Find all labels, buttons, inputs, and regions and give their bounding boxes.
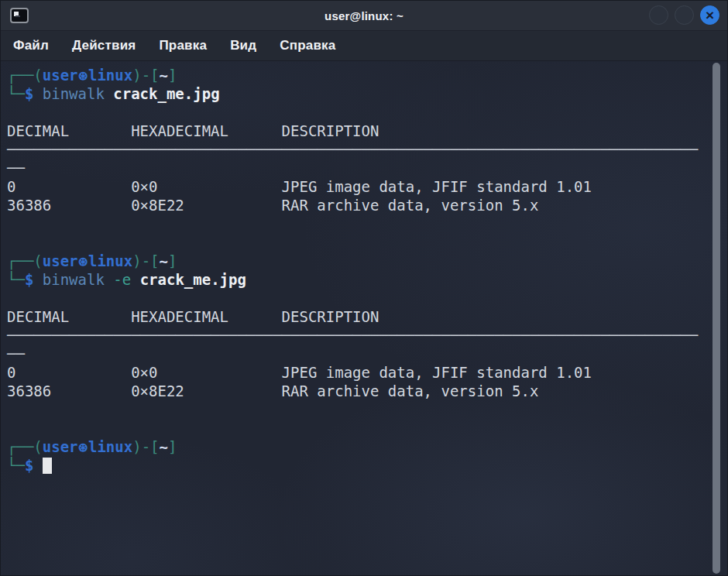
prompt-line-top: ┌──(user⊛linux)-[~] bbox=[7, 252, 701, 270]
table-header-row: DECIMALHEXADECIMALDESCRIPTION bbox=[7, 122, 701, 140]
table-row: 363860×8E22RAR archive data, version 5.x bbox=[7, 382, 701, 400]
minimize-button[interactable] bbox=[649, 5, 668, 25]
prompt-frame-close: ] bbox=[168, 67, 177, 84]
at-icon: ⊛ bbox=[78, 67, 88, 84]
command-line: └─$binwalkcrack_me.jpg bbox=[7, 84, 701, 103]
header-hexadecimal: HEXADECIMAL bbox=[131, 122, 281, 140]
blank-line bbox=[7, 400, 701, 419]
header-hexadecimal: HEXADECIMAL bbox=[131, 307, 281, 326]
header-description: DESCRIPTION bbox=[282, 122, 379, 139]
prompt-frame-close: ] bbox=[168, 438, 177, 455]
prompt-path: ~ bbox=[160, 67, 168, 84]
terminal-window: user@linux: ~ × Файл Действия Правка Вид… bbox=[0, 0, 728, 576]
scrollbar-thumb[interactable] bbox=[713, 63, 720, 574]
terminal-cursor bbox=[43, 458, 52, 474]
header-description: DESCRIPTION bbox=[282, 308, 379, 325]
prompt-path: ~ bbox=[160, 252, 168, 269]
header-decimal: DECIMAL bbox=[7, 122, 131, 140]
cell-decimal: 0 bbox=[7, 363, 131, 382]
command-line: └─$binwalk-ecrack_me.jpg bbox=[7, 270, 701, 289]
menu-edit[interactable]: Правка bbox=[159, 38, 207, 53]
menu-actions[interactable]: Действия bbox=[72, 38, 136, 53]
prompt-dollar: $ bbox=[25, 271, 33, 288]
terminal-body[interactable]: ┌──(user⊛linux)-[~] └─$binwalkcrack_me.j… bbox=[1, 61, 727, 475]
table-header-row: DECIMALHEXADECIMALDESCRIPTION bbox=[7, 307, 701, 326]
prompt-frame-mid: )-[ bbox=[132, 67, 159, 84]
prompt-hostname: linux bbox=[88, 438, 132, 455]
window-controls: × bbox=[649, 5, 719, 25]
blank-line bbox=[7, 233, 701, 252]
menu-file[interactable]: Файл bbox=[13, 38, 49, 53]
prompt-frame-bottom: └─ bbox=[7, 85, 25, 102]
command-argument: crack_me.jpg bbox=[140, 271, 246, 288]
menu-bar: Файл Действия Правка Вид Справка bbox=[1, 31, 727, 61]
prompt-dollar: $ bbox=[25, 457, 33, 474]
cell-hexadecimal: 0×8E22 bbox=[131, 196, 281, 214]
cell-hexadecimal: 0×0 bbox=[131, 177, 281, 196]
cell-decimal: 36386 bbox=[7, 382, 131, 400]
header-decimal: DECIMAL bbox=[7, 307, 131, 326]
blank-line bbox=[7, 419, 701, 437]
prompt-line-top: ┌──(user⊛linux)-[~] bbox=[7, 66, 701, 84]
close-icon: × bbox=[706, 8, 714, 22]
cell-description: JPEG image data, JFIF standard 1.01 bbox=[282, 364, 592, 381]
prompt-hostname: linux bbox=[88, 252, 132, 269]
prompt-frame-mid: )-[ bbox=[132, 438, 159, 455]
cell-description: JPEG image data, JFIF standard 1.01 bbox=[282, 178, 592, 195]
prompt-frame-open: ┌──( bbox=[7, 438, 43, 455]
prompt-frame-open: ┌──( bbox=[7, 252, 43, 269]
at-icon: ⊛ bbox=[78, 438, 88, 455]
prompt-frame-bottom: └─ bbox=[7, 271, 25, 288]
cell-decimal: 0 bbox=[7, 177, 131, 196]
table-separator-wrap: ── bbox=[7, 345, 701, 363]
prompt-path: ~ bbox=[160, 438, 168, 455]
cell-decimal: 36386 bbox=[7, 196, 131, 214]
table-separator: ────────────────────────────────────────… bbox=[7, 326, 701, 345]
prompt-frame-close: ] bbox=[168, 252, 177, 269]
maximize-button[interactable] bbox=[675, 5, 694, 25]
prompt-hostname: linux bbox=[88, 67, 132, 84]
prompt-line-top: ┌──(user⊛linux)-[~] bbox=[7, 437, 701, 456]
terminal-icon bbox=[10, 8, 29, 23]
command-argument: crack_me.jpg bbox=[113, 85, 219, 102]
table-row: 00×0JPEG image data, JFIF standard 1.01 bbox=[7, 177, 701, 196]
command-flag: -e bbox=[113, 271, 131, 288]
cell-hexadecimal: 0×0 bbox=[131, 363, 281, 382]
prompt-frame-open: ┌──( bbox=[7, 67, 43, 84]
command-name: binwalk bbox=[43, 85, 105, 102]
window-title: user@linux: ~ bbox=[1, 9, 727, 22]
prompt-username: user bbox=[43, 252, 78, 269]
command-name: binwalk bbox=[43, 271, 105, 288]
table-row: 00×0JPEG image data, JFIF standard 1.01 bbox=[7, 363, 701, 382]
menu-help[interactable]: Справка bbox=[280, 38, 335, 53]
blank-line bbox=[7, 289, 701, 307]
cell-description: RAR archive data, version 5.x bbox=[282, 197, 539, 214]
cell-description: RAR archive data, version 5.x bbox=[282, 382, 539, 399]
table-separator: ────────────────────────────────────────… bbox=[7, 140, 701, 159]
blank-line bbox=[7, 103, 701, 122]
table-separator-wrap: ── bbox=[7, 159, 701, 177]
prompt-frame-bottom: └─ bbox=[7, 457, 25, 474]
close-button[interactable]: × bbox=[700, 5, 719, 25]
terminal-area: ┌──(user⊛linux)-[~] └─$binwalkcrack_me.j… bbox=[1, 61, 727, 576]
menu-view[interactable]: Вид bbox=[230, 38, 256, 53]
prompt-frame-mid: )-[ bbox=[132, 252, 159, 269]
scrollbar-track[interactable] bbox=[710, 61, 723, 576]
command-line-active[interactable]: └─$ bbox=[7, 456, 701, 475]
prompt-dollar: $ bbox=[25, 85, 33, 102]
prompt-username: user bbox=[43, 438, 78, 455]
at-icon: ⊛ bbox=[78, 252, 88, 269]
blank-line bbox=[7, 214, 701, 233]
table-row: 363860×8E22RAR archive data, version 5.x bbox=[7, 196, 701, 214]
prompt-username: user bbox=[43, 67, 78, 84]
cell-hexadecimal: 0×8E22 bbox=[131, 382, 281, 400]
title-bar[interactable]: user@linux: ~ × bbox=[1, 1, 727, 31]
